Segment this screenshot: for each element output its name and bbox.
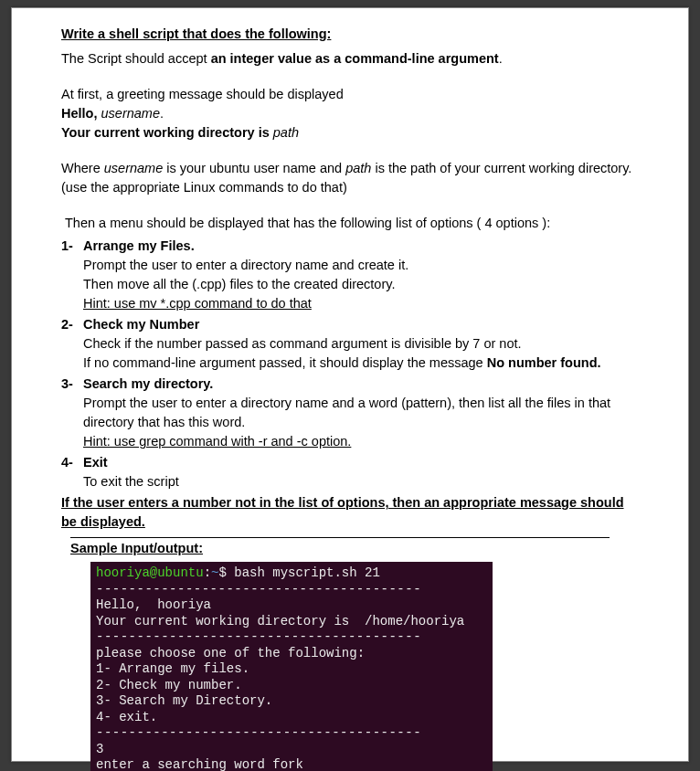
where-paragraph: Where username is your ubuntu user name … (61, 159, 639, 197)
option-4: 4- Exit To exit the script (61, 453, 639, 491)
option-3-hint: Hint: use grep command with -r and -c op… (83, 432, 639, 451)
sep-1: ---------------------------------------- (96, 582, 421, 597)
prompt-user: hooriya@ubuntu (96, 565, 204, 580)
sep-3: ---------------------------------------- (96, 725, 421, 740)
prompt-char: $ (218, 565, 234, 580)
hello-bold: Hello, (61, 106, 101, 121)
sep-2: ---------------------------------------- (96, 629, 421, 644)
intro-paragraph: The Script should accept an integer valu… (61, 49, 639, 69)
document-page: Write a shell script that does the follo… (11, 7, 689, 762)
cmd-1: bash myscript.sh 21 (234, 565, 380, 580)
option-1-number: 1- (61, 237, 83, 313)
where-mid: is your ubuntu user name and (163, 161, 345, 175)
option-4-body: Exit To exit the script (83, 453, 639, 491)
option-2-line-1: Check if the number passed as command ar… (83, 334, 639, 354)
sample-label: Sample Input/output: (70, 539, 610, 558)
option-3-title: Search my directory. (83, 375, 639, 394)
opt4-line: 4- exit. (96, 710, 157, 724)
menu-intro: Then a menu should be displayed that has… (65, 214, 639, 233)
choose-line: please choose one of the following: (96, 646, 365, 660)
option-1-hint: Hint: use mv *.cpp command to do that (83, 294, 639, 313)
option-1: 1- Arrange my Files. Prompt the user to … (61, 237, 639, 313)
option-2-number: 2- (61, 315, 83, 373)
option-2-bold-prefix: If no command-line argument passed, it s… (83, 355, 487, 370)
where-path-italic: path (345, 161, 371, 175)
option-3-body: Search my directory. Prompt the user to … (83, 375, 639, 451)
option-1-body: Arrange my Files. Prompt the user to ent… (83, 237, 639, 313)
terminal-output: hooriya@ubuntu:~$ bash myscript.sh 21 --… (90, 562, 493, 771)
greeting-intro: At first, a greeting message should be d… (61, 85, 639, 104)
opt3-line: 3- Search my Directory. (96, 693, 272, 708)
hello-suffix: . (160, 106, 164, 121)
option-2-body: Check my Number Check if the number pass… (83, 315, 639, 373)
option-4-line-1: To exit the script (83, 472, 639, 491)
option-3-line-1: Prompt the user to enter a directory nam… (83, 394, 639, 432)
option-2-line-2: If no command-line argument passed, it s… (83, 354, 639, 373)
hello-username: username (101, 106, 160, 121)
option-2-title: Check my Number (83, 315, 639, 334)
input-line: 3 (96, 742, 103, 756)
option-1-line-2: Then move all the (.cpp) files to the cr… (83, 275, 639, 294)
option-2-bold-text: No number found. (487, 355, 601, 370)
intro-suffix: . (499, 51, 503, 66)
option-3-number: 3- (61, 375, 83, 451)
option-1-line-1: Prompt the user to enter a directory nam… (83, 256, 639, 275)
cwd-bold: Your current working directory is (61, 125, 270, 140)
intro-bold: an integer value as a command-line argum… (211, 51, 499, 66)
options-list: 1- Arrange my Files. Prompt the user to … (61, 237, 639, 491)
opt2-line: 2- Check my number. (96, 678, 242, 692)
cwd-path: path (270, 125, 299, 140)
cwd-line: Your current working directory is /home/… (96, 614, 464, 628)
greeting-hello: Hello, username. (61, 104, 639, 123)
option-4-title: Exit (83, 453, 639, 472)
option-2: 2- Check my Number Check if the number p… (61, 315, 639, 373)
option-3: 3- Search my directory. Prompt the user … (61, 375, 639, 451)
page-title: Write a shell script that does the follo… (61, 25, 639, 44)
greeting-cwd: Your current working directory is path (61, 123, 639, 143)
option-1-title: Arrange my Files. (83, 237, 639, 256)
option-4-number: 4- (61, 453, 83, 491)
opt1-line: 1- Arrange my files. (96, 661, 249, 676)
sample-section: Sample Input/output: (70, 537, 610, 558)
warning-line: If the user enters a number not in the l… (61, 493, 639, 532)
where-prefix: Where (61, 161, 104, 175)
prompt-sep: : (204, 565, 211, 580)
where-user-italic: username (104, 161, 163, 175)
hello-line: Hello, hooriya (96, 597, 211, 612)
l1: enter a searching word fork (96, 757, 303, 771)
intro-prefix: The Script should accept (61, 51, 211, 66)
